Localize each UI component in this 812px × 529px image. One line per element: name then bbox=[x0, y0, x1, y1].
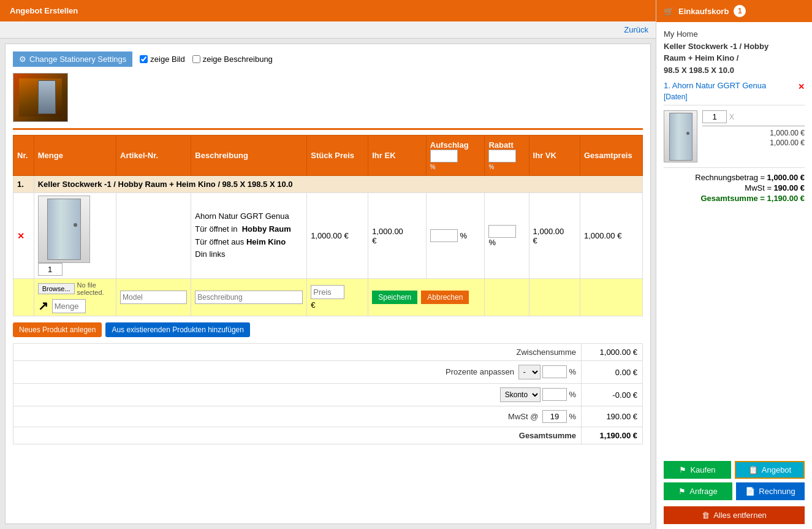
add-row-empty2 bbox=[485, 279, 529, 316]
kaufen-button[interactable]: ⚑ Kaufen bbox=[664, 461, 731, 479]
add-desc-input[interactable] bbox=[195, 291, 303, 304]
product-opens-from: Tür öffnet aus Heim Kino bbox=[195, 236, 303, 249]
skonto-input[interactable] bbox=[542, 388, 567, 401]
skonto-select[interactable]: Skonto bbox=[500, 387, 541, 402]
group-header-row: 1. Keller Stockwerk -1 / Hobby Raum + He… bbox=[13, 176, 643, 193]
product-ek-cell: 1,000.00 € bbox=[368, 193, 427, 279]
cart-badge: 1 bbox=[734, 5, 746, 17]
add-preis-input[interactable] bbox=[311, 285, 344, 299]
add-row-file: Browse... No file selected. ↗ bbox=[34, 279, 116, 316]
arrow-icon: ↗ bbox=[38, 299, 48, 313]
header-title: Angebot Erstellen bbox=[10, 6, 78, 15]
sidebar-product: X 1,000.00 € 1,000.00 € bbox=[664, 105, 805, 162]
alles-entfernen-button[interactable]: 🗑 Alles entfernen bbox=[664, 506, 805, 524]
browse-button[interactable]: Browse... bbox=[38, 283, 75, 294]
col-header-menge: Menge bbox=[34, 135, 116, 176]
sidebar-qty-row: X bbox=[702, 110, 805, 123]
stationery-bar: ⚙ Change Stationery Settings zeige Bild … bbox=[13, 51, 643, 67]
document-icon: 📋 bbox=[748, 465, 758, 474]
add-row-preis: € bbox=[307, 279, 368, 316]
existierend-button[interactable]: Aus existierenden Produkten hinzufügen bbox=[105, 322, 249, 337]
summary-table: Zwischensumme 1,000.00 € Prozente anpass… bbox=[13, 343, 643, 444]
sidebar-price1: 1,000.00 € bbox=[702, 129, 805, 137]
product-artikel-cell bbox=[116, 193, 191, 279]
zwischensumme-row: Zwischensumme 1,000.00 € bbox=[13, 344, 643, 361]
speichern-button[interactable]: Speichern bbox=[372, 291, 417, 304]
flag2-icon: ⚑ bbox=[678, 487, 686, 496]
sidebar-content: My Home Keller Stockwerk -1 / Hobby Raum… bbox=[656, 22, 812, 456]
back-link[interactable]: Zurück bbox=[624, 25, 648, 34]
stationery-settings-button[interactable]: ⚙ Change Stationery Settings bbox=[13, 51, 132, 67]
rechnung-button[interactable]: 📄 Rechnung bbox=[736, 482, 805, 500]
group-title: Keller Stockwerk -1 / Hobby Raum + Heim … bbox=[34, 176, 642, 193]
sidebar-door bbox=[669, 113, 692, 161]
prozente-row: Prozente anpassen - + % 0.00 € bbox=[13, 361, 643, 384]
sidebar: 🛒 Einkaufskorb 1 My Home Keller Stockwer… bbox=[656, 0, 812, 529]
product-small-image bbox=[38, 196, 90, 263]
sidebar-price2: 1,000.00 € bbox=[702, 139, 805, 147]
add-row-buttons: Speichern Abbrechen bbox=[368, 279, 485, 316]
sidebar-item-title[interactable]: 1. Ahorn Natur GGRT Genua bbox=[664, 81, 766, 90]
add-row-empty3 bbox=[529, 279, 580, 316]
mwst-row: MwSt @ % 190.00 € bbox=[13, 406, 643, 427]
zeige-bild-checkbox-label[interactable]: zeige Bild bbox=[140, 55, 184, 64]
zeige-beschreibung-checkbox-label[interactable]: zeige Beschreibung bbox=[192, 55, 273, 64]
add-model-input[interactable] bbox=[120, 291, 187, 304]
product-desc-cell: Ahorn Natur GGRT Genua Tür öffnet in Hob… bbox=[191, 193, 307, 279]
sidebar-remove-icon[interactable]: ✕ bbox=[798, 82, 805, 91]
zeige-bild-checkbox[interactable] bbox=[140, 55, 148, 63]
page-header: Angebot Erstellen bbox=[0, 0, 656, 21]
table-header-row: Nr. Menge Artikel-Nr. Beschreibung Stück… bbox=[13, 135, 643, 176]
subheader: Zurück bbox=[0, 21, 656, 39]
delete-icon[interactable]: ✕ bbox=[17, 231, 25, 241]
prozente-input[interactable] bbox=[542, 365, 567, 378]
aufschlag-header-input[interactable] bbox=[430, 150, 458, 162]
anfrage-button[interactable]: ⚑ Anfrage bbox=[664, 482, 732, 500]
col-header-artikel: Artikel-Nr. bbox=[116, 135, 191, 176]
gear-icon: ⚙ bbox=[19, 55, 26, 64]
angebot-button[interactable]: 📋 Angebot bbox=[735, 461, 805, 479]
mwst-input[interactable] bbox=[542, 410, 567, 423]
product-aufschlag-cell: % bbox=[426, 193, 485, 279]
quote-table: Nr. Menge Artikel-Nr. Beschreibung Stück… bbox=[13, 135, 643, 316]
sidebar-divider1 bbox=[664, 167, 805, 168]
product-name: Ahorn Natur GGRT Genua bbox=[195, 210, 303, 223]
neues-produkt-button[interactable]: Neues Produkt anlegen bbox=[13, 322, 102, 337]
add-row-empty4 bbox=[580, 279, 642, 316]
product-qty-input[interactable] bbox=[38, 263, 63, 276]
abbrechen-button[interactable]: Abbrechen bbox=[421, 291, 469, 304]
sidebar-x-label: X bbox=[729, 113, 734, 121]
group-nr: 1. bbox=[13, 176, 34, 193]
add-menge-input[interactable] bbox=[52, 299, 86, 313]
product-stueck-cell: 1,000.00 € bbox=[307, 193, 368, 279]
zeige-beschreibung-checkbox[interactable] bbox=[192, 55, 200, 63]
product-rabatt-input[interactable] bbox=[488, 225, 516, 238]
col-header-vk: Ihr VK bbox=[529, 135, 580, 176]
doc2-icon: 📄 bbox=[745, 487, 755, 496]
skonto-row: Skonto % -0.00 € bbox=[13, 384, 643, 406]
anfrage-rechnung-row: ⚑ Anfrage 📄 Rechnung bbox=[664, 482, 805, 500]
sidebar-product-info: X 1,000.00 € 1,000.00 € bbox=[702, 110, 805, 147]
product-vk-cell: 1,000.00 € bbox=[529, 193, 580, 279]
trash-icon: 🗑 bbox=[702, 511, 710, 520]
add-row-empty bbox=[13, 279, 34, 316]
add-product-row: Browse... No file selected. ↗ bbox=[13, 279, 643, 316]
sidebar-rechnungsbetrag: Rechnungsbetrag = 1,000.00 € bbox=[664, 173, 805, 182]
sidebar-daten-link[interactable]: [Daten] bbox=[664, 93, 805, 101]
product-gesamt-cell: 1,000.00 € bbox=[580, 193, 642, 279]
col-header-stueck: Stück Preis bbox=[307, 135, 368, 176]
col-header-ek: Ihr EK bbox=[368, 135, 427, 176]
product-image-area bbox=[13, 73, 68, 122]
product-row: ✕ Ahorn Natur GGRT Genua Tür öffn bbox=[13, 193, 643, 279]
col-header-gesamt: Gesamtpreis bbox=[580, 135, 642, 176]
product-aufschlag-input[interactable] bbox=[430, 229, 458, 242]
product-direction: Din links bbox=[195, 248, 303, 261]
gesamtsumme-row: Gesamtsumme 1,190.00 € bbox=[13, 427, 643, 444]
col-header-rabatt: Rabatt % bbox=[485, 135, 529, 176]
sidebar-qty-input[interactable] bbox=[702, 110, 727, 123]
product-delete-cell: ✕ bbox=[13, 193, 34, 279]
flag-icon: ⚑ bbox=[679, 465, 686, 474]
rabatt-header-input[interactable] bbox=[488, 150, 516, 162]
prozente-sign-select[interactable]: - + bbox=[518, 365, 541, 379]
product-rabatt-cell: % bbox=[485, 193, 529, 279]
